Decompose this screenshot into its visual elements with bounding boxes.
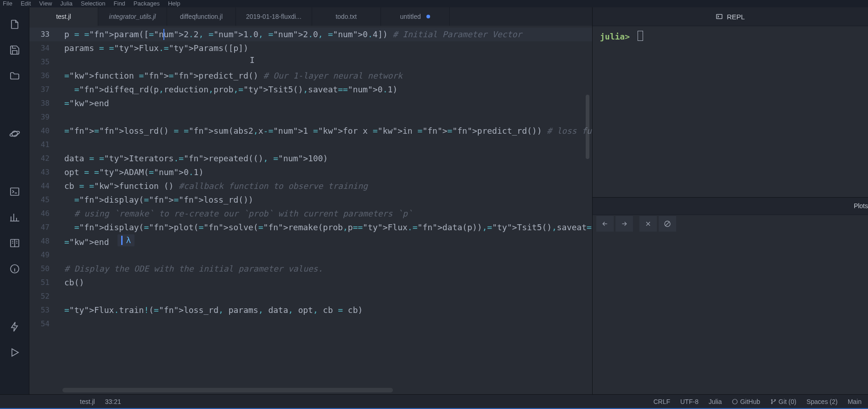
code-line[interactable]: ="fn">display(="fn">="fn">loss_rd()) <box>64 193 592 207</box>
plots-prev-button[interactable] <box>596 216 614 232</box>
menu-view[interactable]: View <box>39 0 52 7</box>
lightning-icon[interactable] <box>9 321 21 333</box>
status-encoding[interactable]: UTF-8 <box>680 398 699 405</box>
tab-label: 2019-01-18-fluxdi... <box>246 13 302 20</box>
plots-toolbar <box>593 215 868 233</box>
svg-point-7 <box>733 399 738 404</box>
code-line[interactable]: opt = ="ty">ADAM(="num">0.1) <box>64 165 592 179</box>
tab-diffeqfunction[interactable]: diffeqfunction.jl <box>167 7 236 26</box>
github-icon <box>732 398 738 405</box>
code-line[interactable] <box>64 138 592 152</box>
tab-label: untitled <box>400 13 421 20</box>
menu-selection[interactable]: Selection <box>81 0 105 7</box>
run-icon[interactable] <box>9 347 21 358</box>
menu-packages[interactable]: Packages <box>134 0 160 7</box>
planet-icon[interactable] <box>9 128 21 140</box>
status-cursor-pos[interactable]: 33:21 <box>105 398 121 405</box>
code-line[interactable]: p = ="fn">param([="num">2.2, ="num">1.0,… <box>64 28 592 41</box>
tab-fluxdi[interactable]: 2019-01-18-fluxdi... <box>236 7 312 26</box>
code-line[interactable] <box>64 317 592 331</box>
code-line[interactable] <box>64 290 592 303</box>
tab-test-jl[interactable]: test.jl <box>29 7 98 26</box>
code-line[interactable]: cb = ="kw">function () #callback functio… <box>64 179 592 193</box>
svg-point-10 <box>771 403 772 403</box>
repl-cursor <box>638 31 643 41</box>
plots-close-button[interactable] <box>639 216 657 232</box>
repl-title: REPL <box>727 13 745 21</box>
menu-edit[interactable]: Edit <box>21 0 31 7</box>
code-line[interactable]: cb() <box>64 276 592 290</box>
status-github[interactable]: GitHub <box>732 398 760 405</box>
svg-rect-2 <box>11 188 19 195</box>
code-line[interactable]: ="ty">Flux.train!(="fn">loss_rd, params,… <box>64 303 592 317</box>
book-icon[interactable] <box>9 237 21 249</box>
plots-title: Plots <box>854 202 868 210</box>
code-area[interactable]: p = ="fn">param([="num">2.2, ="num">1.0,… <box>57 26 592 394</box>
lambda-result-box[interactable]: λ <box>118 234 135 246</box>
status-bar: test.jl 33:21 CRLF UTF-8 Julia GitHub Gi… <box>0 394 868 408</box>
status-spaces[interactable]: Spaces (2) <box>806 398 838 405</box>
line-gutter: 3334353637383940414243444546474849505152… <box>29 26 57 394</box>
menu-find[interactable]: Find <box>114 0 125 7</box>
tab-untitled[interactable]: untitled <box>381 7 450 26</box>
bar-chart-icon[interactable] <box>9 211 21 223</box>
code-line[interactable]: ="fn">="fn">loss_rd() = ="fn">sum(abs2,x… <box>64 124 592 138</box>
code-line[interactable]: ="fn">diffeq_rd(p,reduction,prob,="ty">T… <box>64 83 592 97</box>
plots-clear-button[interactable] <box>659 216 676 232</box>
tab-label: integrator_utils.jl <box>109 13 156 20</box>
plots-body <box>593 233 868 395</box>
status-file[interactable]: test.jl <box>80 398 95 405</box>
terminal-icon[interactable] <box>9 186 21 198</box>
tab-label: test.jl <box>56 13 71 20</box>
text-caret <box>163 29 164 40</box>
activity-bar <box>0 7 29 394</box>
menu-file[interactable]: File <box>3 0 12 7</box>
tab-bar: test.jl integrator_utils.jl diffeqfuncti… <box>29 7 592 26</box>
code-line[interactable]: ="kw">end <box>64 97 592 110</box>
folder-icon[interactable] <box>9 70 21 82</box>
info-icon[interactable] <box>9 263 21 275</box>
menu-bar: File Edit View Julia Selection Find Pack… <box>0 0 868 7</box>
status-git[interactable]: Git (0) <box>770 398 796 405</box>
vertical-scrollbar[interactable] <box>586 95 589 159</box>
mouse-ibeam-cursor: I <box>250 53 255 67</box>
save-icon[interactable] <box>9 44 21 56</box>
new-file-icon[interactable] <box>9 18 21 30</box>
plots-panel-header[interactable]: Plots <box>593 197 868 215</box>
svg-point-9 <box>774 399 775 400</box>
code-line[interactable]: params = ="ty">Flux.="ty">Params([p]) <box>64 41 592 55</box>
repl-panel-header[interactable]: REPL <box>593 7 868 26</box>
modified-dot-icon <box>426 15 430 18</box>
status-branch[interactable]: Main <box>848 398 862 405</box>
git-branch-icon <box>770 398 777 405</box>
code-line[interactable]: ="kw">function ="fn">="fn">predict_rd() … <box>64 69 592 83</box>
menu-julia[interactable]: Julia <box>60 0 73 7</box>
menu-help[interactable]: Help <box>168 0 180 7</box>
code-line[interactable] <box>64 55 592 69</box>
code-line[interactable] <box>64 110 592 124</box>
svg-point-8 <box>771 399 772 400</box>
status-eol[interactable]: CRLF <box>653 398 670 405</box>
tab-todo[interactable]: todo.txt <box>312 7 381 26</box>
tab-label: diffeqfunction.jl <box>180 13 223 20</box>
plots-next-button[interactable] <box>616 216 633 232</box>
code-line[interactable]: # Display the ODE with the initial param… <box>64 262 592 276</box>
horizontal-scrollbar[interactable] <box>62 388 393 392</box>
code-line[interactable]: ="fn">display(="fn">plot(="fn">solve(="f… <box>64 221 592 234</box>
code-line[interactable]: data = ="ty">Iterators.="fn">repeated(()… <box>64 152 592 165</box>
code-line[interactable]: # using `remake` to re-create our `prob`… <box>64 207 592 221</box>
repl-icon <box>716 13 723 20</box>
svg-rect-5 <box>717 14 722 18</box>
tab-label: todo.txt <box>336 13 357 20</box>
code-editor[interactable]: 3334353637383940414243444546474849505152… <box>29 26 592 394</box>
tab-integrator-utils[interactable]: integrator_utils.jl <box>98 7 167 26</box>
status-language[interactable]: Julia <box>709 398 722 405</box>
code-line[interactable] <box>64 248 592 262</box>
code-line[interactable]: ="kw">endλ <box>64 234 592 248</box>
repl-prompt: julia> <box>600 32 630 41</box>
